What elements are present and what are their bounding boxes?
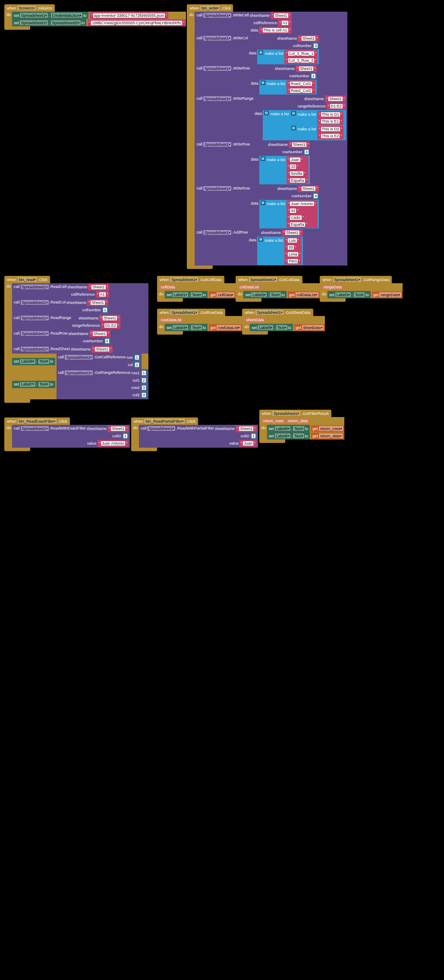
call-readrow[interactable]: callSpreadsheet1.ReadRow sheetName"Sheet… bbox=[12, 330, 148, 345]
event-param[interactable]: cellData bbox=[159, 285, 177, 290]
when-gotsheetdata[interactable]: whenSpreadsheet1.GotSheetData sheetData … bbox=[242, 309, 324, 335]
set-label2-text[interactable]: setLabel2.Textto bbox=[243, 291, 287, 298]
set-label7-text[interactable]: setLabel7.Textto bbox=[12, 381, 55, 388]
get-variable[interactable]: getsheetData bbox=[294, 324, 325, 331]
set-label8-text[interactable]: setLabel8.Textto bbox=[267, 425, 310, 432]
gear-icon[interactable]: ✿ bbox=[291, 126, 296, 130]
call-readcell[interactable]: callSpreadsheet1.ReadCell sheetName"Shee… bbox=[12, 283, 148, 299]
text-value[interactable]: "Sheet1" bbox=[271, 12, 292, 19]
get-variable[interactable]: getcolDataList bbox=[288, 291, 320, 298]
set-label4-text[interactable]: setLabel4.Textto bbox=[165, 324, 208, 331]
set-label1-text[interactable]: setLabel1.Textto bbox=[165, 291, 208, 298]
text-value[interactable]: "app-inventor-338017-8c72fd465555.json" bbox=[90, 12, 169, 19]
call-addrow[interactable]: call Spreadsheet1 .AddRow sheetName"Shee… bbox=[195, 229, 347, 266]
gear-icon[interactable]: ✿ bbox=[258, 237, 263, 242]
number-value[interactable]: 3 bbox=[312, 42, 319, 49]
call-readcol[interactable]: callSpreadsheet1.ReadCol sheetName"Sheet… bbox=[12, 299, 148, 314]
call-readrange[interactable]: callSpreadsheet1.ReadRange sheetName"She… bbox=[12, 314, 148, 330]
text-value[interactable]: "This is cell A1" bbox=[259, 27, 291, 34]
call-writerow[interactable]: call Spreadsheet1 .WriteRow sheetName"Sh… bbox=[195, 141, 347, 185]
when-gotcoldata[interactable]: whenSpreadsheet1.GotColData colDataList … bbox=[236, 276, 320, 302]
gear-icon[interactable]: ✿ bbox=[261, 80, 265, 85]
event-param[interactable]: rangeData bbox=[322, 285, 343, 290]
get-variable[interactable]: getrangeData bbox=[372, 291, 403, 298]
get-variable[interactable]: getreturn_rows bbox=[311, 425, 344, 432]
when-gotfilterresult[interactable]: whenSpreadsheet1.GotFilterResult return_… bbox=[259, 410, 345, 443]
call-writecol[interactable]: call Spreadsheet1 .WriteCol sheetName"Sh… bbox=[195, 35, 347, 65]
set-label9-text[interactable]: setLabel9.Textto bbox=[267, 432, 310, 439]
call-writerange[interactable]: call Spreadsheet1 .WriteRange sheetName"… bbox=[195, 95, 347, 141]
gear-icon[interactable]: ✿ bbox=[258, 50, 263, 55]
when-kw: when bbox=[7, 6, 16, 10]
call-writerow[interactable]: call Spreadsheet1 .WriteRow sheetName"Sh… bbox=[195, 65, 347, 95]
when-gotcelldata[interactable]: whenSpreadsheet1.GotCellData cellData do… bbox=[157, 276, 236, 302]
event-param[interactable]: return_data bbox=[286, 418, 309, 424]
set-credentialsjson[interactable]: set Spreadsheet1. CredentialsJson to bbox=[12, 12, 88, 19]
event-param[interactable]: sheetData bbox=[244, 317, 265, 322]
set-label6-text[interactable]: setLabel6.Textto bbox=[12, 358, 55, 365]
call-getrangereference[interactable]: callSpreadsheet1.GetRangeReference row11… bbox=[57, 369, 148, 399]
get-variable[interactable]: getcellData bbox=[209, 291, 236, 298]
event-param[interactable]: return_rows bbox=[261, 418, 286, 424]
call-readwithexactfilter[interactable]: callSpreadsheet1.ReadWithExactFilter she… bbox=[12, 425, 130, 448]
component-dd[interactable]: Screen1 bbox=[18, 6, 36, 10]
gear-icon[interactable]: ✿ bbox=[261, 156, 265, 161]
get-variable[interactable]: getrowDataList bbox=[209, 324, 242, 331]
when-gotrowdata[interactable]: whenSpreadsheet1.GotRowData rowDataList … bbox=[157, 309, 242, 335]
gear-icon[interactable]: ✿ bbox=[291, 111, 296, 116]
call-getcellreference[interactable]: callSpreadsheet1.GetCellReference row1 c… bbox=[57, 354, 142, 369]
event-name: .Initialize bbox=[37, 6, 52, 10]
when-readpartialfilter-click[interactable]: whenbtn_ReadPartialFilter.Click do callS… bbox=[131, 417, 258, 451]
when-btn-read-click[interactable]: when btn_read .Click do callSpreadsheet1… bbox=[4, 276, 148, 403]
when-btn-write-click[interactable]: when btn_write .Click do call Spreadshee… bbox=[187, 4, 347, 269]
set-label3-text[interactable]: setLabel3.Textto bbox=[327, 291, 371, 298]
make-a-list[interactable]: ✿make a list "Col_3_Row_1" "Col_3_Row_2" bbox=[257, 50, 319, 64]
event-param[interactable]: colDataList bbox=[238, 285, 261, 290]
call-readsheet[interactable]: callSpreadsheet1.ReadSheet sheetName"She… bbox=[12, 345, 148, 354]
when-screen1-initialize[interactable]: when Screen1 .Initialize do set Spreadsh… bbox=[4, 4, 186, 30]
when-gotrangedata[interactable]: whenSpreadsheet1.GotRangeData rangeData … bbox=[320, 276, 403, 302]
text-value[interactable]: "A1" bbox=[278, 19, 291, 26]
set-label5-text[interactable]: setLabel5.Textto bbox=[250, 324, 293, 331]
get-variable[interactable]: getreturn_data bbox=[311, 433, 344, 439]
call-writecell[interactable]: call Spreadsheet1 .WriteCell sheetName"S… bbox=[195, 12, 347, 35]
text-value[interactable]: "18tlBCVwsi2giDc555555-CyvOxKqPkwLHBntrd… bbox=[88, 19, 186, 26]
do-kw: do bbox=[6, 12, 12, 26]
when-readexactfilter-click[interactable]: whenbtn_ReadExactFilter.Click do callSpr… bbox=[4, 417, 130, 451]
event-param[interactable]: rowDataList bbox=[159, 317, 183, 322]
call-writerow[interactable]: call Spreadsheet1 .WriteRow sheetName"Sh… bbox=[195, 185, 347, 229]
gear-icon[interactable]: ✿ bbox=[264, 111, 269, 115]
call-readwithpartialfilter[interactable]: callSpreadsheet1.ReadWithPartialFilter s… bbox=[139, 425, 258, 448]
set-spreadsheetid[interactable]: set Spreadsheet1. SpreadsheetID to bbox=[12, 19, 86, 26]
gear-icon[interactable]: ✿ bbox=[261, 200, 265, 205]
